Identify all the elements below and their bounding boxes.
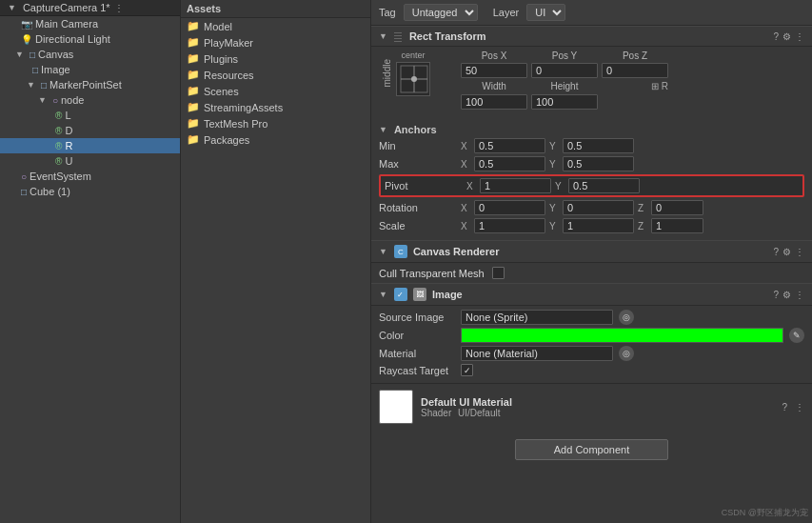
max-x-input[interactable]	[474, 156, 545, 171]
image-overflow[interactable]: ⋮	[795, 290, 804, 300]
pivot-box[interactable]	[396, 62, 430, 96]
canvas-renderer-settings[interactable]: ⚙	[782, 247, 791, 257]
max-y-label: Y	[549, 159, 559, 170]
node-arrow: ▼	[38, 95, 47, 105]
hierarchy-item-node[interactable]: ▼ ○ node	[0, 92, 180, 108]
capture-camera-header: ▼ CaptureCamera 1* ⋮	[0, 0, 180, 16]
pos-y-input[interactable]	[531, 63, 598, 78]
image-help[interactable]: ?	[773, 290, 779, 300]
rect-expand-arrow[interactable]: ▼	[379, 31, 387, 41]
material-field-label: Material	[379, 348, 455, 359]
hierarchy-item-image[interactable]: □ Image	[0, 62, 180, 77]
shader-value: UI/Default	[458, 408, 500, 418]
asset-label-scenes: Scenes	[204, 86, 239, 97]
raycast-checkbox[interactable]: ✓	[461, 364, 473, 376]
hierarchy-item-R[interactable]: ® R	[0, 138, 180, 153]
layer-select[interactable]: UI	[526, 4, 565, 21]
asset-item-playmaker[interactable]: 📁 PlayMaker	[181, 34, 370, 50]
scale-row: Scale X Y Z	[379, 218, 804, 233]
height-input[interactable]	[531, 94, 598, 110]
folder-icon: 📁	[187, 85, 200, 97]
image-checkbox-icon[interactable]: ✓	[394, 288, 407, 301]
center-label: center	[401, 50, 425, 60]
min-x-label: X	[461, 141, 470, 151]
rect-settings-icon[interactable]: ⚙	[782, 31, 791, 42]
pos-z-input[interactable]	[602, 63, 668, 78]
anchors-arrow[interactable]: ▼	[379, 125, 387, 134]
asset-item-scenes[interactable]: 📁 Scenes	[181, 83, 370, 99]
asset-item-textmesh[interactable]: 📁 TextMesh Pro	[181, 115, 370, 131]
source-image-picker[interactable]: ◎	[619, 310, 634, 325]
folder-icon: 📁	[187, 69, 200, 81]
asset-item-plugins[interactable]: 📁 Plugins	[181, 50, 370, 67]
material-help[interactable]: ?	[782, 402, 787, 412]
hierarchy-item-markerpointset[interactable]: ▼ □ MarkerPointSet	[0, 77, 180, 92]
min-y-input[interactable]	[563, 138, 634, 153]
canvas-renderer-title: Canvas Renderer	[413, 246, 770, 257]
scale-x-label: X	[461, 221, 470, 231]
canvas-renderer-help[interactable]: ?	[773, 247, 779, 257]
source-image-input[interactable]	[461, 310, 613, 325]
min-x-input[interactable]	[474, 138, 545, 153]
hierarchy-item-dir-light[interactable]: 💡 Directional Light	[0, 31, 180, 47]
image-settings[interactable]: ⚙	[782, 290, 791, 300]
svg-point-3	[411, 76, 417, 82]
rect-overflow-icon[interactable]: ⋮	[795, 31, 804, 42]
asset-item-resources[interactable]: 📁 Resources	[181, 67, 370, 83]
R-label: R	[65, 140, 72, 151]
tag-select[interactable]: Untagged	[404, 4, 478, 21]
material-field-input[interactable]	[461, 346, 613, 361]
hierarchy-item-cube[interactable]: □ Cube (1)	[0, 184, 180, 199]
pivot-diagram	[397, 62, 429, 96]
image-arrow[interactable]: ▼	[379, 290, 387, 299]
color-picker[interactable]: ✎	[789, 328, 804, 343]
scale-x-input[interactable]	[474, 218, 545, 233]
tag-label: Tag	[379, 7, 396, 18]
cull-checkbox[interactable]	[492, 267, 505, 279]
width-input[interactable]	[461, 94, 527, 110]
hierarchy-item-eventsystem[interactable]: ○ EventSystem	[0, 169, 180, 184]
scale-y-input[interactable]	[563, 218, 634, 233]
assets-header: Assets	[181, 0, 370, 18]
cube-icon: □	[21, 187, 27, 197]
eventsystem-label: EventSystem	[30, 171, 91, 182]
hierarchy-item-canvas[interactable]: ▼ □ Canvas	[0, 47, 180, 62]
rect-help-icon[interactable]: ?	[773, 31, 779, 42]
rot-x-input[interactable]	[474, 200, 545, 215]
image-label: Image	[41, 64, 70, 75]
asset-item-model[interactable]: 📁 Model	[181, 18, 370, 34]
hierarchy-item-main-camera[interactable]: 📷 Main Camera	[0, 16, 180, 31]
hierarchy-item-L[interactable]: ® L	[0, 108, 180, 123]
mps-arrow: ▼	[27, 80, 35, 90]
min-xy-pair: X Y	[461, 138, 634, 153]
pivot-y-input[interactable]	[568, 178, 640, 193]
pos-x-input[interactable]	[461, 63, 527, 78]
hierarchy-item-U[interactable]: ® U	[0, 153, 180, 169]
max-y-input[interactable]	[563, 156, 634, 171]
asset-item-streaming[interactable]: 📁 StreamingAssets	[181, 99, 370, 115]
asset-item-packages[interactable]: 📁 Packages	[181, 131, 370, 148]
canvas-arrow: ▼	[15, 50, 24, 59]
add-component-button[interactable]: Add Component	[515, 439, 669, 460]
node-icon: ○	[52, 95, 58, 106]
canvas-renderer-overflow[interactable]: ⋮	[795, 247, 804, 257]
color-swatch[interactable]	[461, 328, 783, 343]
gear-icon[interactable]: ⋮	[114, 3, 124, 13]
anchors-min-row: Min X Y	[379, 138, 804, 153]
min-label: Min	[379, 140, 455, 151]
hierarchy-item-D[interactable]: ® D	[0, 123, 180, 138]
scale-z-input[interactable]	[651, 218, 703, 233]
height-label: Height	[531, 81, 598, 91]
material-overflow[interactable]: ⋮	[795, 402, 804, 412]
R-icon: ®	[55, 141, 62, 151]
pivot-x-input[interactable]	[480, 178, 551, 193]
rect-transform-header: ▼ Rect Transform ? ⚙ ⋮	[371, 26, 812, 47]
source-image-row: Source Image ◎	[379, 310, 804, 325]
middle-label: middle	[379, 59, 394, 87]
rot-z-label: Z	[638, 203, 647, 213]
canvas-renderer-arrow[interactable]: ▼	[379, 247, 387, 256]
hierarchy-list: 📷 Main Camera 💡 Directional Light ▼ □ Ca…	[0, 16, 180, 199]
rot-y-input[interactable]	[563, 200, 634, 215]
rot-z-input[interactable]	[651, 200, 703, 215]
material-picker[interactable]: ◎	[619, 346, 634, 361]
